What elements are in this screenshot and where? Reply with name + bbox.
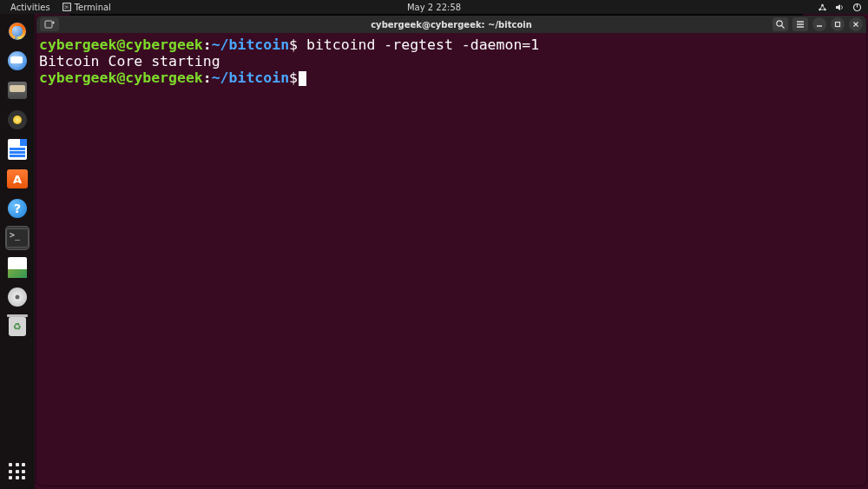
terminal-small-icon: >: [62, 3, 71, 11]
firefox-icon[interactable]: [5, 19, 30, 43]
svg-line-12: [782, 26, 785, 29]
gnome-top-bar: Activities > Terminal May 2 22:58: [0, 0, 868, 14]
new-tab-button[interactable]: [40, 17, 59, 31]
svg-point-11: [777, 21, 782, 26]
hamburger-menu-button[interactable]: [792, 17, 808, 31]
show-applications-button[interactable]: [5, 459, 30, 484]
terminal-title: cybergeek@cybergeek: ~/bitcoin: [371, 20, 532, 30]
ubuntu-software-icon[interactable]: [5, 167, 30, 191]
volume-icon[interactable]: [835, 3, 844, 11]
svg-text:>: >: [64, 3, 69, 10]
prompt-path: ~/bitcoin: [212, 69, 289, 86]
minimize-button[interactable]: [812, 17, 826, 31]
prompt-symbol: $: [289, 36, 298, 53]
libreoffice-writer-icon[interactable]: [5, 137, 30, 162]
current-app-label: Terminal: [75, 3, 111, 12]
rhythmbox-icon[interactable]: [5, 108, 30, 132]
ubuntu-dock: ?: [0, 14, 35, 489]
activities-button[interactable]: Activities: [7, 3, 54, 12]
search-button[interactable]: [773, 17, 788, 31]
files-icon[interactable]: [5, 78, 30, 102]
help-icon[interactable]: ?: [5, 196, 30, 221]
terminal-icon[interactable]: [5, 226, 30, 250]
svg-rect-17: [836, 23, 840, 27]
svg-rect-8: [45, 21, 52, 28]
prompt-user-host: cybergeek@cybergeek: [39, 36, 203, 53]
prompt-user-host: cybergeek@cybergeek: [39, 69, 203, 86]
command-entered: bitcoind -regtest -daemon=1: [298, 36, 539, 53]
power-icon[interactable]: [852, 3, 861, 11]
maximize-button[interactable]: [831, 17, 845, 31]
text-cursor: [299, 71, 306, 86]
clock[interactable]: May 2 22:58: [407, 3, 461, 12]
prompt-symbol: $: [289, 69, 298, 86]
command-output: Bitcoin Core starting: [39, 53, 220, 69]
thunderbird-icon[interactable]: [5, 49, 30, 73]
trash-icon[interactable]: [5, 314, 30, 339]
terminal-header-bar: cybergeek@cybergeek: ~/bitcoin: [36, 16, 866, 33]
disk-icon[interactable]: [5, 285, 30, 309]
close-button[interactable]: [849, 17, 863, 31]
text-editor-icon[interactable]: [5, 255, 30, 280]
current-app-menu[interactable]: > Terminal: [62, 3, 111, 12]
network-icon[interactable]: [818, 3, 826, 11]
terminal-window: cybergeek@cybergeek: ~/bitcoin cybergeek…: [36, 16, 866, 486]
prompt-separator: :: [203, 69, 212, 86]
terminal-output-area[interactable]: cybergeek@cybergeek:~/bitcoin$ bitcoind …: [36, 33, 866, 486]
prompt-separator: :: [203, 36, 212, 53]
prompt-path: ~/bitcoin: [212, 36, 289, 53]
